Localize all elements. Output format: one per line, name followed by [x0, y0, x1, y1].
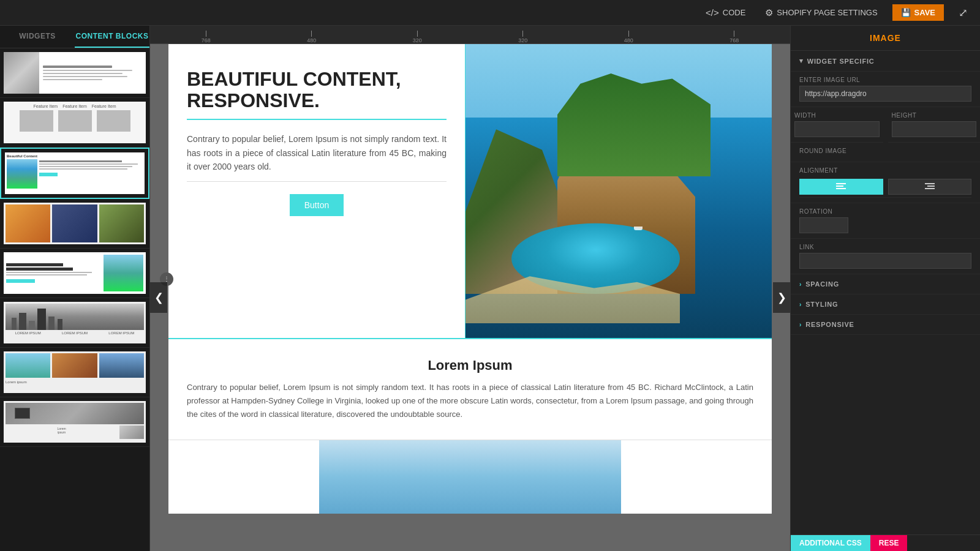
svg-rect-0	[836, 183, 846, 184]
ruler-label: 480	[307, 37, 316, 43]
ruler: 768 480 320 320 480	[150, 26, 790, 44]
image-url-input[interactable]	[799, 86, 971, 102]
link-input[interactable]	[799, 253, 971, 269]
list-item[interactable]: Beautiful Content	[0, 148, 149, 199]
styling-header[interactable]: › STYLING	[791, 294, 980, 314]
expand-button[interactable]: ⤢	[954, 4, 973, 22]
link-field: LINK	[791, 239, 980, 274]
widget-specific-arrow: ▾	[799, 57, 804, 65]
svg-rect-1	[836, 186, 843, 187]
gear-icon: ⚙	[765, 7, 773, 18]
template-thumb-3: Beautiful Content	[5, 152, 145, 194]
hero-button[interactable]: Button	[290, 194, 344, 216]
ruler-tick: 320	[413, 31, 422, 43]
tick-line	[628, 31, 629, 37]
styling-label: STYLING	[805, 301, 838, 308]
save-label: SAVE	[914, 8, 935, 17]
right-panel: IMAGE ▾ WIDGET SPECIFIC ENTER IMAGE URL …	[790, 26, 980, 551]
list-item[interactable]: Loremipsum	[0, 397, 149, 447]
ruler-tick: 320	[518, 31, 527, 43]
svg-rect-2	[836, 188, 846, 189]
svg-rect-4	[925, 183, 935, 184]
template-thumb-5	[4, 252, 146, 294]
rotation-input[interactable]	[799, 217, 848, 233]
responsive-chevron-icon: ›	[799, 321, 802, 328]
height-label: HEIGHT	[892, 112, 977, 119]
template-thumb-8: Loremipsum	[4, 401, 146, 443]
canvas-page: ⋮ BEAUTIFUL CONTENT, RESPONSIVE. Contrar…	[168, 44, 772, 514]
list-item[interactable]: LOREM IPSUM LOREM IPSUM LOREM IPSUM	[0, 298, 149, 348]
rotation-field: ROTATION	[791, 203, 980, 239]
hero-title: BEAUTIFUL CONTENT, RESPONSIVE.	[187, 69, 447, 120]
width-input[interactable]	[794, 121, 880, 137]
canvas-area: 768 480 320 320 480	[150, 26, 790, 551]
hero-image	[466, 44, 772, 338]
settings-label: SHOPIFY PAGE SETTINGS	[777, 8, 877, 17]
link-label: LINK	[799, 244, 971, 250]
ruler-label: 768	[202, 37, 211, 43]
main-layout: WIDGETS CONTENT BLOCKS	[0, 26, 980, 551]
left-panel: WIDGETS CONTENT BLOCKS	[0, 26, 150, 551]
tick-line	[522, 31, 523, 37]
save-button[interactable]: 💾 SAVE	[892, 4, 944, 21]
hero-body: Contrary to popular belief, Lorem Ipsum …	[187, 132, 447, 181]
list-item[interactable]	[0, 48, 149, 98]
list-item[interactable]	[0, 199, 149, 249]
list-item[interactable]: Lorem ipsum	[0, 348, 149, 397]
tab-content-blocks[interactable]: CONTENT BLOCKS	[75, 26, 149, 48]
template-list: Feature Item Feature Item Feature Item B…	[0, 48, 149, 551]
left-tabs: WIDGETS CONTENT BLOCKS	[0, 26, 149, 48]
code-button[interactable]: </> CODE	[701, 5, 750, 20]
alignment-label: ALIGNMENT	[799, 167, 971, 174]
ruler-content: 768 480 320 320 480	[150, 26, 790, 43]
align-right-button[interactable]	[888, 179, 972, 195]
widget-specific-label: WIDGET SPECIFIC	[807, 58, 875, 65]
lorem-ipsum-section: Lorem Ipsum Contrary to popular belief, …	[168, 339, 772, 440]
list-item[interactable]: Feature Item Feature Item Feature Item	[0, 98, 149, 148]
hero-image-container	[466, 44, 772, 338]
template-thumb-7: Lorem ipsum	[4, 351, 146, 393]
round-image-field: ROUND IMAGE	[791, 143, 980, 162]
ruler-label: 320	[413, 37, 422, 43]
tab-widgets[interactable]: WIDGETS	[0, 26, 75, 48]
tick-line	[734, 31, 734, 37]
height-input[interactable]	[892, 121, 977, 137]
canvas-scroll[interactable]: ❮ ❯ ⋮ BEAUTIFUL CONTENT, RESPONSIVE. Con…	[150, 44, 790, 551]
canvas-nav-right-button[interactable]: ❯	[773, 282, 790, 313]
responsive-header[interactable]: › RESPONSIVE	[791, 315, 980, 334]
align-left-button[interactable]	[799, 179, 883, 195]
list-item[interactable]	[0, 249, 149, 298]
reset-button[interactable]: RESE	[870, 535, 908, 551]
toolbar: </> CODE ⚙ SHOPIFY PAGE SETTINGS 💾 SAVE …	[0, 0, 980, 26]
image-url-field: ENTER IMAGE URL	[791, 72, 980, 107]
alignment-field: ALIGNMENT	[791, 162, 980, 203]
section2-body: Contrary to popular belief, Lorem Ipsum …	[187, 381, 753, 421]
ruler-tick: 480	[307, 31, 316, 43]
widget-specific-header[interactable]: ▾ WIDGET SPECIFIC	[791, 51, 980, 72]
styling-section: › STYLING	[791, 294, 980, 315]
alignment-buttons	[799, 176, 971, 198]
ruler-tick: 480	[624, 31, 633, 43]
svg-rect-6	[925, 188, 935, 189]
image-url-label: ENTER IMAGE URL	[799, 77, 971, 83]
canvas-nav-left-button[interactable]: ❮	[150, 282, 167, 313]
save-icon: 💾	[901, 8, 911, 17]
svg-rect-5	[927, 186, 935, 187]
template-thumb-1	[4, 52, 146, 94]
rotation-label: ROTATION	[799, 208, 971, 215]
code-icon: </>	[706, 7, 719, 18]
additional-css-button[interactable]: ADDITIONAL CSS	[791, 535, 870, 551]
styling-chevron-icon: ›	[799, 301, 802, 308]
settings-button[interactable]: ⚙ SHOPIFY PAGE SETTINGS	[760, 5, 882, 21]
spacing-section: › SPACING	[791, 274, 980, 294]
width-label: WIDTH	[794, 112, 880, 119]
hero-section: ⋮ BEAUTIFUL CONTENT, RESPONSIVE. Contrar…	[168, 44, 772, 339]
section-bottom-image	[319, 440, 621, 514]
right-panel-title: IMAGE	[791, 26, 980, 51]
spacing-chevron-icon: ›	[799, 281, 802, 288]
responsive-label: RESPONSIVE	[805, 321, 854, 328]
template-thumb-6: LOREM IPSUM LOREM IPSUM LOREM IPSUM	[4, 302, 146, 343]
spacing-header[interactable]: › SPACING	[791, 274, 980, 294]
template-thumb-4	[4, 203, 146, 244]
section2-heading: Lorem Ipsum	[187, 358, 753, 373]
